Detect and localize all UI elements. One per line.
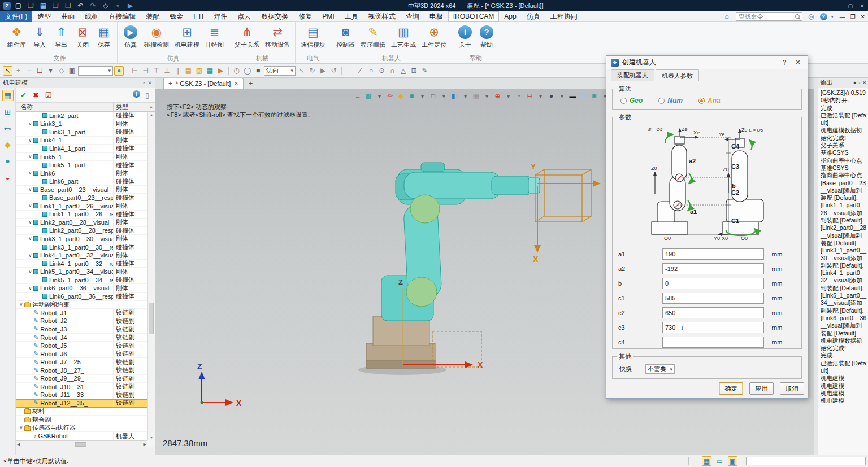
- tree-row-Link1_1_part0__26__visual[interactable]: ∨Link1_1_part0__26__visual刚体: [16, 202, 147, 211]
- save-file-icon[interactable]: ▦: [38, 1, 48, 11]
- render-mode-icon[interactable]: ▩: [364, 91, 374, 101]
- chevron-down-icon[interactable]: ∨: [27, 253, 33, 258]
- tree-row-Robot_J7__25_[interactable]: ✎Robot_J7__25_铰链副: [16, 358, 147, 366]
- chevron-down-icon[interactable]: ▾: [831, 14, 834, 19]
- eraser-icon[interactable]: ✏: [385, 91, 395, 101]
- ok-button[interactable]: 确定: [719, 382, 743, 395]
- cancel-button[interactable]: 取消: [780, 382, 804, 395]
- info-icon[interactable]: i: [133, 90, 140, 98]
- line-icon[interactable]: ─: [345, 66, 354, 76]
- doc-icon[interactable]: ▯: [142, 90, 152, 100]
- sphere-icon[interactable]: ●: [546, 91, 556, 101]
- tree-row-Robot_J1[interactable]: ✎Robot_J1铰链副: [16, 309, 147, 317]
- tree-vscrollbar[interactable]: ▲▼: [147, 112, 155, 440]
- play-icon[interactable]: ▶: [125, 1, 135, 11]
- slash-icon[interactable]: ∕: [355, 66, 365, 76]
- menu-item-PMI[interactable]: PMI: [317, 11, 339, 22]
- chevron-down-icon[interactable]: ∨: [27, 269, 33, 274]
- tree-row-GSKRobot[interactable]: ♪GSKRobot机器人: [16, 432, 147, 440]
- confirm-icon[interactable]: ✔: [19, 90, 28, 100]
- help-button[interactable]: ?帮助: [476, 23, 497, 50]
- dropdown-arrow-icon[interactable]: ▾: [461, 91, 470, 101]
- chevron-down-icon[interactable]: ∨: [27, 220, 33, 225]
- new-tab-button[interactable]: +: [246, 78, 256, 89]
- clay2-icon[interactable]: ◆: [2, 139, 14, 150]
- redo-icon[interactable]: ↷: [88, 1, 98, 11]
- cake-icon[interactable]: ◙: [589, 91, 599, 101]
- open-file-icon[interactable]: ❒: [26, 1, 36, 11]
- column-name[interactable]: 名称: [16, 103, 113, 111]
- doc-minimize-icon[interactable]: —: [840, 14, 845, 20]
- notes-icon[interactable]: ▤: [184, 66, 193, 76]
- tree-row-Link6_part0__36__responda...[interactable]: Link6_part0__36__responda...碰撞体: [16, 293, 147, 301]
- tree-row-Link2_part0__28__responda...[interactable]: Link2_part0__28__responda...碰撞体: [16, 227, 147, 235]
- close-icon[interactable]: ✕: [860, 3, 865, 9]
- home-icon[interactable]: ⌂: [722, 12, 732, 21]
- tree-row-Link5_1_part0__34__respon...[interactable]: Link5_1_part0__34__respon...碰撞体: [16, 276, 147, 285]
- image-icon[interactable]: ▦: [205, 66, 215, 76]
- program-edit-button[interactable]: ✎程序编辑: [358, 23, 388, 50]
- tree-row-传感器与执行器[interactable]: ∨传感器与执行器: [16, 424, 147, 433]
- lasso-icon[interactable]: ◯: [242, 66, 252, 76]
- chevron-down-icon[interactable]: ∨: [27, 171, 33, 176]
- menu-item-查询[interactable]: 查询: [401, 11, 424, 22]
- controller-button[interactable]: ◙控制器: [333, 23, 358, 50]
- component-library-button[interactable]: ❖组件库: [5, 23, 29, 50]
- menu-item-焊件[interactable]: 焊件: [209, 11, 232, 22]
- move-icon[interactable]: +: [14, 66, 23, 76]
- open-recent-icon[interactable]: ❒: [51, 1, 60, 11]
- ellipse-icon[interactable]: ⊙: [377, 66, 387, 76]
- select-arrow-icon[interactable]: ↖: [3, 66, 12, 76]
- play2-icon[interactable]: ▶: [318, 66, 328, 76]
- close-doc-button[interactable]: ⊠关闭: [72, 23, 93, 50]
- folder-orange-icon[interactable]: ▨: [194, 66, 204, 76]
- section-icon[interactable]: ⊟: [525, 91, 535, 101]
- texture-icon[interactable]: ▦: [471, 91, 481, 101]
- tree-row-Link4_1_part0__32__visual[interactable]: ∨Link4_1_part0__32__visual刚体: [16, 251, 147, 260]
- exit-icon[interactable]: ←: [353, 91, 363, 101]
- about-button[interactable]: i关于: [454, 23, 476, 50]
- tree-row-Base_part0__23__responda...[interactable]: Base_part0__23__responda...碰撞体: [16, 194, 147, 202]
- quick-change-select[interactable]: 不需要 ▾: [645, 364, 675, 374]
- blue-rect-icon[interactable]: ■: [579, 91, 588, 101]
- undo-icon[interactable]: ↶: [76, 1, 85, 11]
- monitor-icon[interactable]: ▭: [715, 456, 724, 466]
- output-close-icon[interactable]: ✕: [862, 80, 866, 85]
- small-view-icon[interactable]: ▫: [514, 91, 524, 101]
- tree-row-材料[interactable]: 材料: [16, 408, 147, 416]
- grid-icon[interactable]: ⊞: [409, 66, 419, 76]
- tree-row-Link3_1_part[interactable]: Link3_1_part碰撞体: [16, 128, 147, 137]
- chevron-down-icon[interactable]: ∨: [18, 425, 24, 430]
- comm-module-button[interactable]: ▤通信模块: [298, 23, 328, 50]
- box-select-icon[interactable]: ☐: [35, 66, 45, 76]
- tree-row-Link6[interactable]: ∨Link6刚体: [16, 169, 147, 178]
- combo-box[interactable]: 法向▾: [264, 66, 296, 76]
- anchor-icon[interactable]: ◒: [2, 172, 14, 183]
- menu-item-钣金[interactable]: 钣金: [164, 11, 188, 22]
- align-right-icon[interactable]: ⊣: [141, 66, 150, 76]
- tree-row-Robot_J9__29_[interactable]: ✎Robot_J9__29_铰链副: [16, 375, 147, 383]
- algorithm-option-Ana[interactable]: Ana: [698, 97, 721, 104]
- tree-row-Robot_J12__35_[interactable]: ✎Robot_J12__35_铰链副: [16, 399, 147, 408]
- tree-row-Link5_1_part0__34__visual[interactable]: ∨Link5_1_part0__34__visual刚体: [16, 268, 147, 276]
- menu-item-工程协同[interactable]: 工程协同: [545, 11, 583, 22]
- tree-row-Link4_1_part[interactable]: Link4_1_part碰撞体: [16, 145, 147, 153]
- param-input-b[interactable]: 0: [662, 278, 764, 289]
- save-button[interactable]: ▦保存: [93, 23, 115, 50]
- clay-mode-icon[interactable]: ●: [114, 66, 124, 76]
- doc-close-icon[interactable]: ✕: [861, 14, 865, 20]
- param-input-a1[interactable]: 190: [662, 248, 764, 260]
- apply-button[interactable]: 应用: [749, 382, 774, 395]
- tree-row-耦合副[interactable]: 耦合副: [16, 416, 147, 424]
- export-button[interactable]: ⇑导出: [50, 23, 72, 50]
- doc-restore-icon[interactable]: ❐: [850, 14, 856, 20]
- settings-icon[interactable]: ◎: [806, 12, 816, 21]
- target-icon[interactable]: ⊕: [493, 91, 502, 101]
- orbit-icon[interactable]: ↻: [307, 66, 317, 76]
- collision-detect-button[interactable]: ◉碰撞检测: [141, 23, 172, 50]
- chevron-down-icon[interactable]: ∨: [27, 154, 33, 159]
- sort-arrow-icon[interactable]: ▲: [147, 104, 155, 110]
- dropdown-arrow-icon[interactable]: ▾: [46, 66, 55, 76]
- menu-item-线框[interactable]: 线框: [80, 11, 103, 22]
- menu-item-造型[interactable]: 造型: [32, 11, 56, 22]
